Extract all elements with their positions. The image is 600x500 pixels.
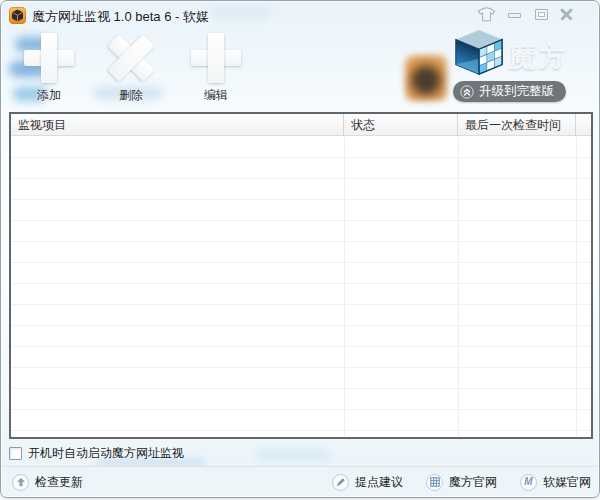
- double-chevron-up-icon: [460, 85, 474, 99]
- check-updates-label: 检查更新: [35, 474, 83, 491]
- minimize-button[interactable]: [503, 5, 525, 23]
- upgrade-button[interactable]: 升级到完整版: [453, 81, 566, 102]
- close-icon: [560, 8, 573, 21]
- delete-button[interactable]: 删除: [99, 33, 163, 105]
- ruanmei-site-label: 软媒官网: [543, 474, 591, 491]
- list-body[interactable]: [11, 137, 591, 437]
- column-header-status[interactable]: 状态: [344, 114, 458, 136]
- grid-circle-icon: [426, 474, 443, 491]
- autostart-label: 开机时自动启动魔方网址监视: [28, 445, 184, 462]
- window-title: 魔方网址监视 1.0 beta 6 - 软媒: [32, 8, 209, 26]
- upgrade-button-label: 升级到完整版: [479, 83, 554, 100]
- status-bar: 检查更新 提点建议 魔方官网 M 软媒官: [2, 466, 598, 496]
- column-separator: [576, 137, 577, 437]
- maximize-icon: [535, 9, 548, 20]
- cross-icon: [106, 33, 156, 83]
- check-updates-link[interactable]: 检查更新: [12, 467, 83, 497]
- minimize-icon: [508, 13, 521, 18]
- m-letter: M: [524, 477, 532, 487]
- autostart-checkbox[interactable]: [9, 447, 22, 460]
- edit-button-label: 编辑: [204, 87, 228, 104]
- title-bar: 魔方网址监视 1.0 beta 6 - 软媒: [1, 1, 599, 29]
- list-header: 监视项目 状态 最后一次检查时间: [11, 114, 591, 136]
- edit-button[interactable]: 编辑: [184, 33, 248, 105]
- brand-text: 魔方: [509, 39, 569, 75]
- mofang-cube-logo-icon: [450, 27, 508, 79]
- maximize-button[interactable]: [530, 5, 552, 23]
- plus-icon: [191, 33, 241, 83]
- delete-button-label: 删除: [119, 87, 143, 104]
- mofang-site-label: 魔方官网: [449, 474, 497, 491]
- monitor-list: 监视项目 状态 最后一次检查时间: [9, 112, 593, 439]
- skin-change-button[interactable]: [475, 5, 497, 23]
- app-logo-icon: [9, 7, 26, 24]
- feedback-link[interactable]: 提点建议: [332, 467, 403, 497]
- plus-icon: [24, 33, 74, 83]
- column-header-filler: [576, 114, 591, 136]
- autostart-option: 开机时自动启动魔方网址监视: [9, 445, 184, 462]
- glass-blur-blob: [405, 55, 447, 101]
- column-separator: [458, 137, 459, 437]
- column-header-lastcheck[interactable]: 最后一次检查时间: [458, 114, 576, 136]
- app-window: 魔方网址监视 1.0 beta 6 - 软媒 添加 删除 编辑: [0, 0, 600, 498]
- arrow-up-circle-icon: [12, 474, 29, 491]
- shirt-icon: [477, 7, 496, 22]
- column-header-item[interactable]: 监视项目: [11, 114, 344, 136]
- glass-blur-blob: [256, 449, 331, 461]
- column-separator: [344, 137, 345, 437]
- close-button[interactable]: [555, 5, 577, 23]
- m-circle-icon: M: [520, 474, 537, 491]
- add-button[interactable]: 添加: [17, 33, 81, 105]
- pencil-circle-icon: [332, 474, 349, 491]
- feedback-label: 提点建议: [355, 474, 403, 491]
- add-button-label: 添加: [37, 87, 61, 104]
- ruanmei-site-link[interactable]: M 软媒官网: [520, 467, 591, 497]
- mofang-site-link[interactable]: 魔方官网: [426, 467, 497, 497]
